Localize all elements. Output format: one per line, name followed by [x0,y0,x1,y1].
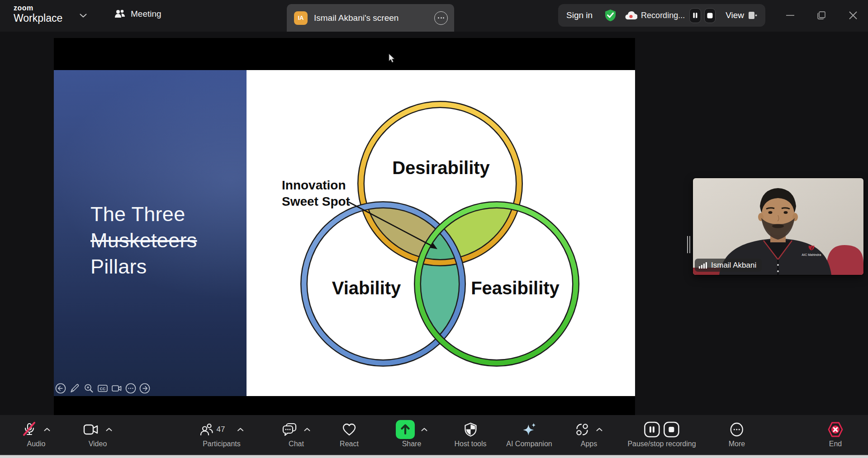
next-slide-button[interactable] [139,383,150,394]
taskbar-edge [0,455,868,458]
participants-options-chevron-icon[interactable] [237,428,243,431]
sign-in-button[interactable]: Sign in [566,10,593,20]
avatar: IA [294,11,308,25]
recording-status-text: Recording... [641,11,685,20]
zoom-logo-text: zoom [14,4,62,12]
slide-title-line3: Pillars [90,254,197,280]
ai-companion-button[interactable]: AI Companion [506,415,552,455]
workspace-switcher-chevron-icon[interactable] [80,14,87,18]
venn-label-desirability: Desirability [392,158,490,178]
more-button[interactable]: More [729,415,745,455]
participants-button[interactable]: 47 Participants [200,415,244,455]
slide-title-line1: The Three [90,201,197,227]
share-options-chevron-icon[interactable] [421,428,427,431]
apps-icon [575,423,589,436]
participant-name-tag: Ismail Akbani [695,259,762,272]
video-button[interactable]: Video [83,415,112,455]
more-options-button[interactable] [125,383,136,394]
tab-screen-share[interactable]: IA Ismail Akbani's screen [287,4,454,32]
participants-count: 47 [217,425,225,434]
venn-label-viability: Viability [332,278,401,298]
video-options-chevron-icon[interactable] [106,428,112,431]
stop-recording-button[interactable] [704,8,716,23]
tab-screen-share-label: Ismail Akbani's screen [314,13,434,23]
shared-screen-view: The Three Musketeers Pillars CC [54,38,635,415]
zoom-magnifier-button[interactable] [83,383,94,394]
pause-recording-button[interactable] [689,8,701,23]
closed-captions-button[interactable]: CC [97,383,108,394]
people-icon [114,9,126,19]
presenter-toolbar: CC [55,383,150,394]
venn-label-feasibility: Feasibility [471,278,560,298]
share-screen-icon [396,420,415,439]
venn-diagram: Desirability Viability Feasibility Innov… [247,70,635,396]
cloud-recording-icon [625,10,637,20]
mouse-cursor [389,53,396,63]
minimize-button[interactable] [781,7,800,24]
camera-button[interactable] [111,383,122,394]
heart-icon [342,423,356,436]
shirt-text: AIC Mahindra [802,253,821,256]
title-bar: zoom Workplace Meeting IA Ismail Akbani'… [0,0,868,32]
workplace-text: Workplace [14,12,62,24]
svg-text:CC: CC [100,387,105,391]
slide-title-line2-struck: Musketeers [90,227,197,254]
stop-recording-icon[interactable] [663,421,679,438]
chat-button[interactable]: Chat [282,415,310,455]
thumbnail-drag-handle[interactable] [687,236,691,253]
venn-note-line1: Innovation [282,178,346,192]
audio-options-chevron-icon[interactable] [44,428,50,431]
participant-name: Ismail Akbani [711,261,756,270]
tab-meeting[interactable]: Meeting [114,9,161,19]
chat-options-chevron-icon[interactable] [304,428,310,431]
annotate-pencil-button[interactable] [69,383,80,394]
meeting-toolbar: Audio Video 47 [0,415,868,455]
maximize-button[interactable] [812,7,831,24]
close-button[interactable] [844,7,863,24]
more-ellipsis-icon [730,422,744,437]
pause-stop-recording-button[interactable]: Pause/stop recording [627,415,696,455]
security-shield-icon[interactable] [604,9,617,22]
microphone-muted-icon [22,422,37,437]
pause-recording-icon[interactable] [644,421,660,438]
previous-slide-button[interactable] [55,383,66,394]
zoom-window: zoom Workplace Meeting IA Ismail Akbani'… [0,0,868,458]
connection-signal-icon [699,262,707,269]
ai-companion-sparkle-icon [522,422,537,437]
slide-title: The Three Musketeers Pillars [90,201,197,280]
apps-options-chevron-icon[interactable] [596,428,602,431]
apps-button[interactable]: Apps [575,415,602,455]
meeting-status-cluster: Sign in Recording... View [558,4,765,27]
host-tools-shield-icon [464,422,477,437]
venn-note-line2: Sweet Spot [282,194,350,208]
video-camera-icon [83,423,99,436]
zoom-workplace-logo: zoom Workplace [14,4,62,24]
audio-button[interactable]: Audio [22,415,50,455]
share-button[interactable]: Share [396,415,427,455]
tab-meeting-label: Meeting [131,9,161,19]
react-button[interactable]: React [340,415,359,455]
view-layout-icon[interactable] [748,11,757,19]
participants-icon [200,423,213,436]
presentation-slide: The Three Musketeers Pillars CC [54,70,635,396]
slide-left-panel: The Three Musketeers Pillars CC [54,70,247,396]
end-meeting-button[interactable]: End [826,415,845,455]
view-button[interactable]: View [726,10,744,20]
host-tools-button[interactable]: Host tools [454,415,486,455]
participant-video-tile[interactable]: AIC Mahindra Ismail Akbani [693,178,863,275]
end-meeting-icon [826,421,845,438]
chat-icon [282,423,297,436]
tab-options-ellipsis-icon[interactable] [434,11,448,25]
